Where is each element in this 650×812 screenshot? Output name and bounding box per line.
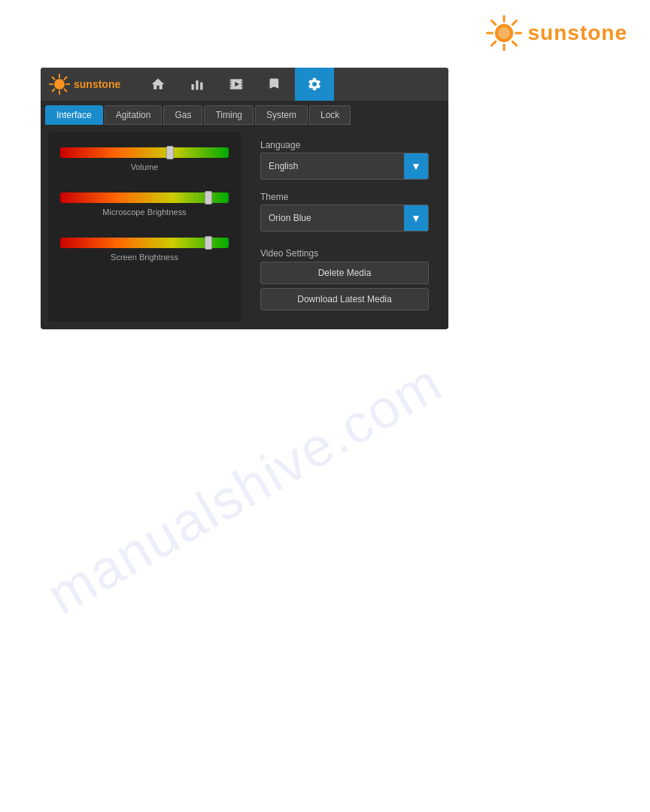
- video-settings-section: Video Settings Delete Media Download Lat…: [260, 244, 429, 314]
- language-dropdown-arrow-icon[interactable]: ▼: [404, 153, 428, 179]
- tab-system[interactable]: System: [255, 105, 308, 125]
- svg-line-7: [512, 21, 516, 25]
- nav-logo-text: sunstone: [74, 78, 120, 90]
- microscope-brightness-slider-track[interactable]: [60, 192, 229, 203]
- tab-bar: Interface Agitation Gas Timing System Lo…: [41, 101, 448, 125]
- logo-area: sunstone: [484, 14, 627, 53]
- svg-line-6: [512, 41, 516, 45]
- language-dropdown[interactable]: English ▼: [260, 153, 429, 180]
- svg-line-16: [65, 89, 67, 92]
- svg-point-9: [498, 27, 510, 39]
- nav-save-button[interactable]: [256, 68, 295, 101]
- svg-rect-20: [196, 80, 198, 90]
- tab-interface[interactable]: Interface: [45, 105, 103, 125]
- svg-line-5: [491, 21, 495, 25]
- svg-line-18: [53, 89, 55, 92]
- language-label: Language: [260, 140, 429, 150]
- content-area: Volume Microscope Brightness Screen Brig…: [41, 125, 448, 329]
- volume-label: Volume: [131, 162, 159, 171]
- ui-panel: sunstone Interface Agitation Gas Timing …: [41, 68, 448, 329]
- language-field: Language English ▼: [260, 140, 429, 184]
- nav-logo: sunstone: [41, 73, 138, 95]
- svg-rect-25: [230, 86, 232, 88]
- language-value: English: [261, 156, 404, 176]
- watermark-text: manualshive.com: [41, 351, 448, 626]
- svg-line-17: [65, 77, 67, 80]
- nav-barchart-button[interactable]: [178, 68, 217, 101]
- svg-point-10: [54, 79, 65, 89]
- microscope-brightness-label: Microscope Brightness: [102, 208, 186, 217]
- svg-rect-27: [241, 83, 243, 85]
- theme-dropdown-arrow-icon[interactable]: ▼: [404, 205, 428, 231]
- download-latest-media-button[interactable]: Download Latest Media: [260, 288, 429, 311]
- tab-gas[interactable]: Gas: [163, 105, 202, 125]
- right-panel: Language English ▼ Theme Orion Blue ▼ Vi…: [248, 132, 441, 322]
- watermark: manualshive.com: [41, 263, 448, 714]
- screen-brightness-slider-thumb[interactable]: [205, 236, 212, 250]
- svg-rect-26: [241, 81, 243, 83]
- theme-field: Theme Orion Blue ▼: [260, 192, 429, 236]
- left-panel: Volume Microscope Brightness Screen Brig…: [48, 132, 241, 322]
- svg-rect-28: [241, 86, 243, 88]
- volume-slider-track[interactable]: [60, 147, 229, 158]
- svg-rect-24: [230, 83, 232, 85]
- top-nav: sunstone: [41, 68, 448, 101]
- microscope-brightness-slider-thumb[interactable]: [205, 191, 212, 205]
- screen-brightness-label: Screen Brightness: [111, 253, 178, 262]
- screen-brightness-slider-track[interactable]: [60, 238, 229, 248]
- svg-rect-23: [230, 81, 232, 83]
- nav-settings-button[interactable]: [295, 68, 334, 101]
- tab-lock[interactable]: Lock: [309, 105, 351, 125]
- svg-line-15: [53, 77, 55, 80]
- tab-timing[interactable]: Timing: [204, 105, 254, 125]
- nav-film-button[interactable]: [217, 68, 256, 101]
- volume-slider-thumb[interactable]: [166, 146, 174, 159]
- video-settings-label: Video Settings: [260, 248, 429, 259]
- volume-slider-group: Volume: [60, 147, 229, 171]
- screen-brightness-slider-group: Screen Brightness: [60, 238, 229, 262]
- tab-agitation[interactable]: Agitation: [105, 105, 162, 125]
- svg-rect-21: [200, 83, 202, 90]
- nav-logo-sun-icon: [48, 73, 71, 95]
- theme-label: Theme: [260, 192, 429, 202]
- delete-media-button[interactable]: Delete Media: [260, 262, 429, 284]
- nav-home-button[interactable]: [138, 68, 178, 101]
- theme-value: Orion Blue: [261, 208, 404, 228]
- theme-dropdown[interactable]: Orion Blue ▼: [260, 205, 429, 232]
- logo-text: sunstone: [528, 21, 627, 45]
- svg-rect-19: [192, 84, 194, 90]
- microscope-brightness-slider-group: Microscope Brightness: [60, 192, 229, 217]
- svg-line-8: [491, 41, 495, 45]
- sunstone-logo-icon: [484, 14, 524, 53]
